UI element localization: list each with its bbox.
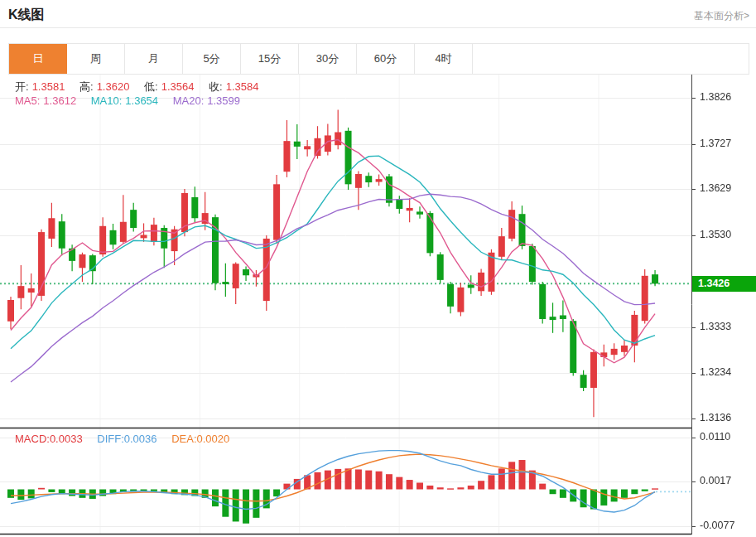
high-label: 高:: [79, 80, 94, 93]
tab-月[interactable]: 月: [125, 44, 183, 74]
tab-5分[interactable]: 5分: [183, 44, 241, 74]
dea-label: DEA:: [171, 433, 196, 445]
tab-日[interactable]: 日: [9, 44, 67, 74]
tab-30分[interactable]: 30分: [299, 44, 357, 74]
high-value: 1.3620: [97, 80, 130, 93]
close-label: 收:: [209, 80, 223, 93]
macd-axis-label: 0.0017: [700, 475, 731, 486]
macd-label: MACD:: [15, 433, 50, 445]
dea-value: 0.0020: [197, 433, 230, 445]
current-price-tag: 1.3426: [692, 276, 756, 292]
page-title: K线图: [0, 0, 756, 24]
open-value: 1.3581: [32, 80, 65, 93]
ma20-value: 1.3599: [207, 94, 240, 107]
ma-legend: MA5:1.3612 MA10:1.3654 MA20:1.3599: [15, 94, 243, 107]
open-label: 开:: [15, 80, 29, 93]
diff-label: DIFF:: [97, 433, 124, 445]
low-label: 低:: [144, 80, 158, 93]
macd-legend: MACD:0.0033 DIFF:0.0036 DEA:0.0020: [15, 433, 233, 445]
tab-60分[interactable]: 60分: [357, 44, 415, 74]
macd-axis-label: -0.0077: [700, 520, 734, 531]
fundamental-analysis-link[interactable]: 基本面分析>: [694, 9, 749, 23]
tab-4时[interactable]: 4时: [415, 44, 473, 74]
price-axis-label: 1.3333: [700, 321, 731, 332]
interval-tabbar: 日周月5分15分30分60分4时: [8, 43, 749, 75]
ma5-value: 1.3612: [43, 94, 76, 107]
price-axis-label: 1.3629: [700, 182, 731, 194]
ma20-label: MA20:: [173, 94, 205, 107]
ma5-label: MA5:: [15, 94, 40, 107]
page-header: K线图 基本面分析>: [0, 0, 756, 28]
price-axis-label: 1.3727: [700, 138, 731, 149]
price-axis-label: 1.3530: [700, 229, 731, 240]
tab-周[interactable]: 周: [67, 44, 125, 74]
ma10-value: 1.3654: [125, 94, 158, 107]
tab-15分[interactable]: 15分: [241, 44, 299, 74]
ohlc-legend: 开:1.3581 高:1.3620 低:1.3564 收:1.3584: [15, 80, 262, 94]
macd-value: 0.0033: [50, 433, 83, 445]
price-axis-label: 1.3136: [700, 412, 731, 423]
price-axis-label: 1.3826: [700, 91, 731, 103]
ma10-label: MA10:: [91, 94, 123, 107]
close-value: 1.3584: [226, 80, 259, 93]
price-axis-label: 1.3234: [700, 366, 731, 378]
macd-axis-label: 0.0110: [700, 431, 730, 443]
diff-value: 0.0036: [124, 433, 157, 445]
low-value: 1.3564: [161, 80, 195, 93]
